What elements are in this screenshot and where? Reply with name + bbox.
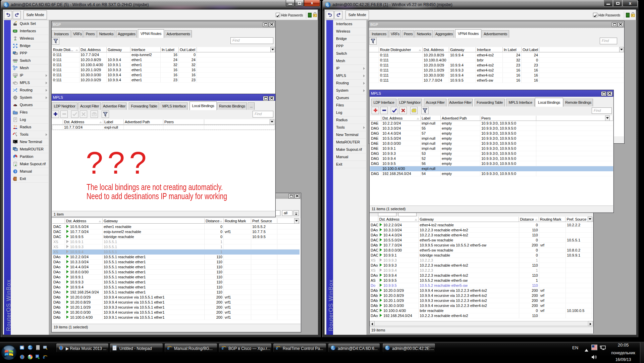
svg-text:e: e: [43, 354, 45, 360]
svg-text:e: e: [276, 345, 278, 351]
svg-text:255: 255: [14, 74, 17, 76]
svg-text:?: ?: [14, 170, 16, 173]
svg-text:e: e: [167, 345, 170, 351]
svg-text:e: e: [222, 345, 224, 351]
